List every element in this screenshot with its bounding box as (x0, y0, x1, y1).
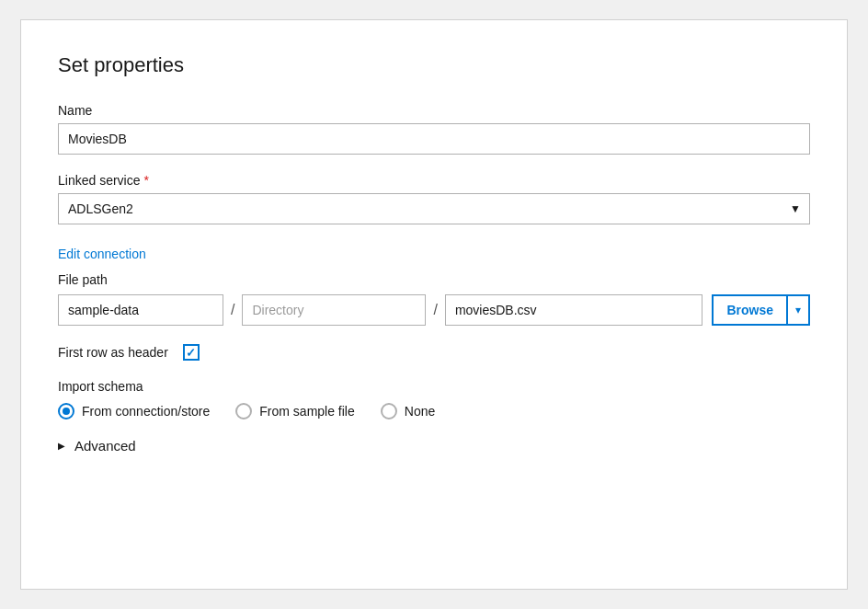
linked-service-label: Linked service * (58, 173, 810, 188)
first-row-section: First row as header ✓ (58, 344, 810, 361)
radio-label-none: None (405, 404, 435, 419)
edit-connection-link[interactable]: Edit connection (58, 247, 146, 261)
advanced-label: Advanced (74, 438, 136, 454)
radio-option-none[interactable]: None (381, 403, 435, 419)
file-path-part1-input[interactable] (58, 294, 223, 326)
radio-circle-none[interactable] (381, 403, 397, 419)
panel-title: Set properties (58, 53, 810, 77)
radio-option-from-sample-file[interactable]: From sample file (235, 403, 354, 419)
radio-inner-from-connection (63, 408, 70, 415)
linked-service-select-wrapper: ADLSGen2 ▼ (58, 193, 810, 224)
radio-option-from-connection[interactable]: From connection/store (58, 403, 210, 419)
radio-label-from-connection: From connection/store (82, 404, 210, 419)
required-star: * (144, 173, 149, 188)
file-path-label: File path (58, 272, 810, 287)
name-input[interactable] (58, 123, 810, 155)
file-path-part3-input[interactable] (445, 294, 703, 326)
first-row-label: First row as header (58, 345, 168, 360)
name-label: Name (58, 103, 810, 118)
linked-service-field-group: Linked service * ADLSGen2 ▼ (58, 173, 810, 224)
radio-circle-from-connection[interactable] (58, 403, 74, 419)
browse-button[interactable]: Browse (714, 296, 786, 324)
file-path-row: / / Browse ▾ (58, 294, 810, 326)
import-schema-label: Import schema (58, 379, 810, 394)
browse-dropdown-button[interactable]: ▾ (786, 296, 808, 324)
import-schema-section: Import schema From connection/store From… (58, 379, 810, 419)
file-path-part2-input[interactable] (242, 294, 426, 326)
radio-label-from-sample-file: From sample file (259, 404, 354, 419)
advanced-section[interactable]: ▶ Advanced (58, 438, 810, 454)
name-field-group: Name (58, 103, 810, 155)
file-path-separator-1: / (223, 302, 242, 318)
linked-service-select[interactable]: ADLSGen2 (58, 193, 810, 224)
set-properties-panel: Set properties Name Linked service * ADL… (20, 19, 848, 590)
radio-group: From connection/store From sample file N… (58, 403, 810, 419)
radio-circle-from-sample-file[interactable] (235, 403, 252, 419)
chevron-down-icon: ▾ (795, 304, 801, 316)
file-path-group: File path / / Browse ▾ (58, 272, 810, 326)
checkmark-icon: ✓ (186, 347, 196, 359)
triangle-icon: ▶ (58, 441, 65, 451)
first-row-checkbox[interactable]: ✓ (183, 344, 200, 361)
first-row-checkbox-wrapper[interactable]: ✓ (183, 344, 200, 361)
file-path-separator-2: / (426, 302, 444, 318)
browse-btn-group: Browse ▾ (712, 294, 810, 326)
